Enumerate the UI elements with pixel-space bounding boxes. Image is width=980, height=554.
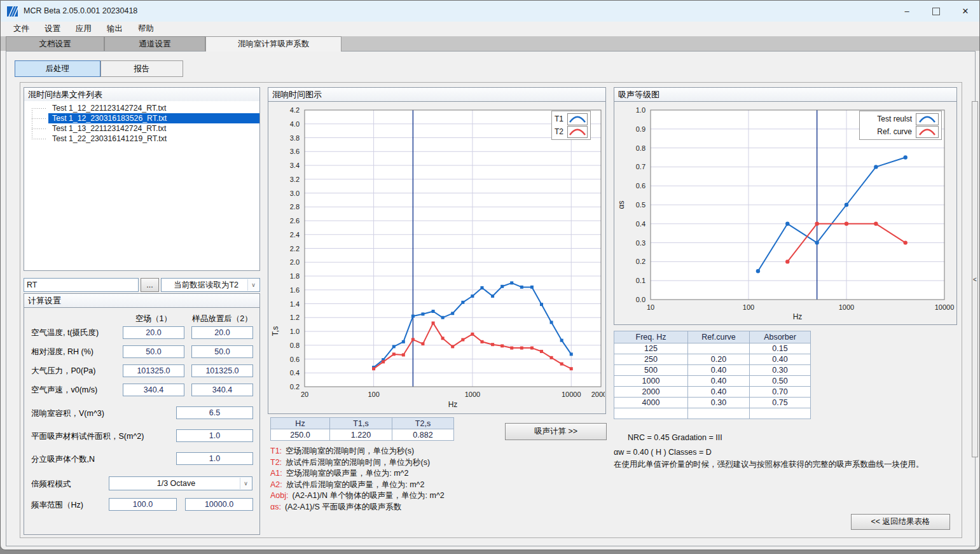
minimize-button[interactable]: – bbox=[892, 1, 921, 22]
pressure-label: 大气压力，P0(Pa) bbox=[31, 366, 95, 377]
sample-area-label: 平面吸声材料试件面积，S(m^2) bbox=[31, 431, 144, 442]
octave-mode-value: 1/3 Octave bbox=[157, 479, 195, 488]
close-button[interactable]: ✕ bbox=[951, 1, 980, 22]
menu-file[interactable]: 文件 bbox=[6, 22, 37, 36]
svg-text:10000: 10000 bbox=[562, 391, 581, 398]
menu-output[interactable]: 输出 bbox=[99, 22, 130, 36]
title-bar: MCR Beta 2.05.0.001 20230418 – ✕ bbox=[1, 1, 980, 22]
grade-chart-title: 吸声等级图 bbox=[614, 88, 956, 102]
absorption-calc-button[interactable]: 吸声计算 >> bbox=[505, 423, 607, 440]
report-button[interactable]: 报告 bbox=[100, 60, 183, 77]
data-read-combo[interactable]: 当前数据读取为T2 ∨ bbox=[161, 278, 260, 292]
rt-table-row[interactable]: 250.0 1.220 0.882 bbox=[271, 429, 454, 441]
svg-text:0.7: 0.7 bbox=[636, 163, 645, 170]
temperature-label: 空气温度, t(摄氏度) bbox=[31, 328, 99, 338]
rt-table-header-row: Hz T1,s T2,s bbox=[271, 418, 454, 429]
rt-name-input[interactable] bbox=[24, 278, 139, 292]
absorption-table-header-row: Freq. Hz Ref.curve Absorber bbox=[614, 331, 811, 343]
rt-chart[interactable]: 0.20.40.60.81.01.21.41.61.82.02.22.42.62… bbox=[269, 101, 605, 413]
app-window: MCR Beta 2.05.0.001 20230418 – ✕ 文件 设置 应… bbox=[0, 0, 980, 550]
svg-text:0.6: 0.6 bbox=[290, 356, 300, 363]
svg-text:0.2: 0.2 bbox=[290, 383, 300, 391]
file-list-item[interactable]: Test 1_12_221123142724_RT.txt bbox=[48, 103, 259, 113]
humidity-field-1[interactable] bbox=[123, 345, 184, 358]
svg-text:10000: 10000 bbox=[935, 303, 955, 311]
absorption-table-row[interactable]: 40000.300.75 bbox=[614, 398, 811, 408]
octave-mode-combo[interactable]: 1/3 Octave ∨ bbox=[109, 476, 252, 490]
svg-text:0.8: 0.8 bbox=[290, 342, 300, 349]
collapse-panel-handle[interactable]: < bbox=[972, 101, 978, 457]
legend-entry-t1[interactable]: T1 bbox=[555, 113, 588, 125]
chevron-down-icon: ∨ bbox=[240, 478, 251, 489]
svg-text:3.8: 3.8 bbox=[290, 134, 300, 142]
browse-button[interactable]: ... bbox=[141, 278, 159, 292]
svg-text:1.6: 1.6 bbox=[290, 286, 300, 294]
svg-text:3.0: 3.0 bbox=[290, 190, 300, 197]
legend-entry-t2[interactable]: T2 bbox=[555, 125, 588, 138]
svg-text:2.4: 2.4 bbox=[290, 231, 300, 239]
file-list-item-selected[interactable]: Test 1_12_230316183526_RT.txt bbox=[48, 113, 259, 123]
absorption-table-row[interactable]: 20000.400.70 bbox=[614, 387, 811, 398]
absorption-table-row[interactable]: 1250.15 bbox=[614, 343, 811, 354]
maximize-icon bbox=[932, 8, 940, 15]
absorber-count-field[interactable] bbox=[176, 452, 253, 465]
svg-text:100: 100 bbox=[368, 391, 379, 398]
absorption-table-row[interactable]: 10000.400.50 bbox=[614, 376, 811, 387]
menu-help[interactable]: 帮助 bbox=[130, 22, 162, 36]
close-icon: ✕ bbox=[962, 6, 969, 16]
app-logo-icon bbox=[7, 6, 18, 17]
tab-channel-settings[interactable]: 通道设置 bbox=[104, 36, 205, 51]
back-to-results-button[interactable]: << 返回结果表格 bbox=[851, 514, 950, 530]
calc-settings-title: 计算设置 bbox=[24, 294, 259, 308]
file-list-title: 混时间结果文件列表 bbox=[24, 88, 259, 102]
humidity-field-2[interactable] bbox=[191, 345, 253, 358]
svg-text:4.2: 4.2 bbox=[290, 106, 300, 114]
freq-range-to-field[interactable] bbox=[185, 498, 253, 511]
svg-text:2.8: 2.8 bbox=[290, 203, 300, 211]
svg-text:20000: 20000 bbox=[591, 391, 605, 398]
sample-area-field[interactable] bbox=[176, 429, 253, 442]
absorption-table-row[interactable]: 2500.200.40 bbox=[614, 354, 811, 365]
file-list-item[interactable]: Test 1_13_221123142724_RT.txt bbox=[48, 123, 259, 134]
octave-mode-label: 倍频程模式 bbox=[31, 479, 71, 490]
legend-entry-test-result[interactable]: Test reulst bbox=[862, 113, 939, 125]
rt-chart-title: 混响时间图示 bbox=[268, 88, 605, 102]
absorption-table-row[interactable]: 5000.400.30 bbox=[614, 365, 811, 376]
sound-speed-field-2[interactable] bbox=[191, 384, 253, 396]
file-list-item[interactable]: Test 1_22_230316141219_RT.txt bbox=[48, 134, 259, 144]
column-header-empty-room: 空场（1） bbox=[123, 314, 184, 324]
svg-text:αs: αs bbox=[617, 201, 626, 209]
nrc-result: NRC = 0.45 Gradation = III bbox=[628, 433, 722, 442]
usage-note: 在使用此单值评价量的时候，强烈建议与按照标准获得的完整的吸声系数曲线一块使用。 bbox=[614, 459, 924, 470]
legend-entry-ref-curve[interactable]: Ref. curve bbox=[862, 125, 939, 138]
absorption-table-row[interactable] bbox=[614, 408, 811, 419]
tab-reverb-absorption[interactable]: 混响室计算吸声系数 bbox=[205, 36, 342, 52]
svg-text:1.2: 1.2 bbox=[290, 314, 300, 321]
svg-text:100: 100 bbox=[743, 303, 754, 311]
svg-text:4.0: 4.0 bbox=[290, 120, 300, 128]
t1-curve-icon bbox=[567, 113, 588, 125]
maximize-button[interactable] bbox=[921, 1, 951, 22]
svg-text:0.0: 0.0 bbox=[636, 296, 645, 303]
pressure-field-2[interactable] bbox=[191, 364, 253, 377]
rt-value-table: Hz T1,s T2,s 250.0 1.220 0.882 bbox=[270, 417, 454, 441]
ref-curve-icon bbox=[916, 126, 939, 138]
svg-text:0.9: 0.9 bbox=[636, 125, 645, 133]
sound-speed-field-1[interactable] bbox=[123, 384, 184, 396]
tree-guide bbox=[32, 108, 32, 139]
svg-text:1000: 1000 bbox=[465, 391, 480, 398]
annotation-block: T1:空场混响室的混响时间，单位为秒(s) T2:放试件后混响室的混响时间，单位… bbox=[270, 446, 445, 513]
postprocess-button[interactable]: 后处理 bbox=[15, 60, 100, 77]
temperature-field-1[interactable] bbox=[123, 326, 184, 339]
temperature-field-2[interactable] bbox=[191, 326, 253, 339]
data-read-combo-value: 当前数据读取为T2 bbox=[174, 280, 238, 291]
pressure-field-1[interactable] bbox=[123, 364, 184, 377]
tab-document-settings[interactable]: 文档设置 bbox=[6, 36, 104, 51]
svg-text:0.2: 0.2 bbox=[636, 258, 645, 265]
svg-text:1.0: 1.0 bbox=[290, 328, 300, 335]
volume-field[interactable] bbox=[176, 406, 253, 419]
window-title: MCR Beta 2.05.0.001 20230418 bbox=[24, 6, 137, 15]
menu-apply[interactable]: 应用 bbox=[68, 22, 99, 36]
menu-settings[interactable]: 设置 bbox=[37, 22, 68, 36]
freq-range-from-field[interactable] bbox=[109, 498, 177, 511]
